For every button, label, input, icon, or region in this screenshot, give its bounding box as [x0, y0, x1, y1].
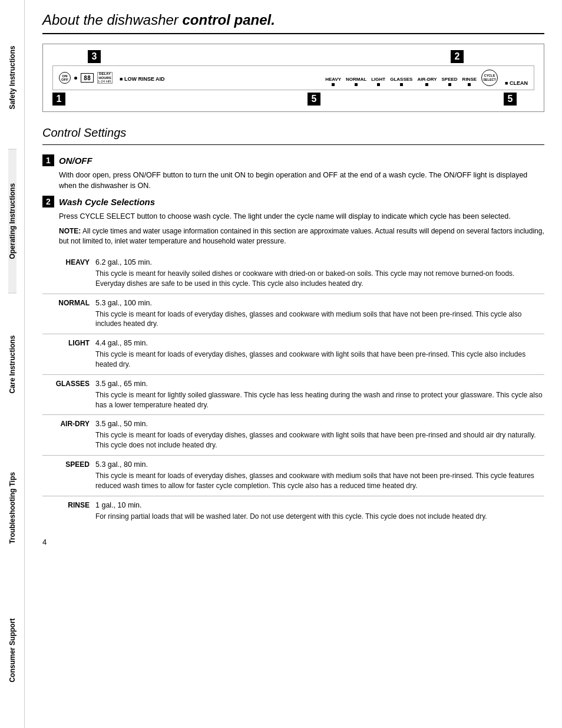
- indicator-rinse: RINSE: [462, 77, 477, 86]
- title-divider: [42, 33, 544, 34]
- delay-hours-button[interactable]: DELAY HOURS 1-24 HR.: [97, 72, 113, 84]
- cycle-spec-air-dry: 3.5 gal., 50 min.: [95, 420, 544, 428]
- section-2-intro: Press CYCLE SELECT button to choose wash…: [59, 211, 544, 222]
- cycle-spec-heavy: 6.2 gal., 105 min.: [95, 258, 544, 266]
- indicator-normal: NORMAL: [346, 77, 366, 86]
- sidebar-item-troubleshooting-tips[interactable]: Troubleshooting Tips: [8, 436, 16, 579]
- indicator-glasses: GLASSES: [390, 77, 412, 86]
- section-2-note: NOTE: All cycle times and water usage in…: [59, 226, 544, 246]
- cycle-desc-air-dry: This cycle is meant for loads of everyda…: [95, 430, 544, 450]
- indicator-light: LIGHT: [371, 77, 385, 86]
- cycle-name-glasses: GLASSES: [42, 374, 95, 415]
- cycle-table: HEAVY 6.2 gal., 105 min. This cycle is m…: [42, 253, 544, 526]
- indicator-heavy: HEAVY: [325, 77, 341, 86]
- indicator-air-dry: AIR-DRY: [417, 77, 437, 86]
- diagram-number-1: 1: [52, 93, 65, 106]
- cycle-row-heavy: HEAVY 6.2 gal., 105 min. This cycle is m…: [42, 253, 544, 294]
- cycle-name-rinse: RINSE: [42, 496, 95, 526]
- section-divider: [42, 144, 544, 145]
- main-content: About the dishwasher control panel. 3 2 …: [25, 0, 562, 728]
- section-1-body: With door open, press ON/OFF button to t…: [59, 170, 544, 191]
- cycle-info-air-dry: 3.5 gal., 50 min. This cycle is meant fo…: [95, 415, 544, 456]
- diagram-number-5b: 5: [504, 93, 517, 106]
- separator-dot: [74, 77, 77, 80]
- cycle-spec-normal: 5.3 gal., 100 min.: [95, 299, 544, 307]
- sidebar-item-operating-instructions[interactable]: Operating Instructions: [8, 149, 16, 294]
- cycle-row-glasses: GLASSES 3.5 gal., 65 min. This cycle is …: [42, 374, 544, 415]
- cycle-row-air-dry: AIR-DRY 3.5 gal., 50 min. This cycle is …: [42, 415, 544, 456]
- control-panel-diagram: 3 2 ON OFF 88 DELAY HOURS 1-24 HR.: [42, 44, 544, 112]
- cycle-desc-rinse: For rinsing partial loads that will be w…: [95, 512, 544, 522]
- section-1-number: 1: [42, 154, 54, 166]
- low-rinse-aid-label: ■ LOW RINSE AID: [120, 74, 165, 83]
- cycle-desc-speed: This cycle is meant for loads of everyda…: [95, 471, 544, 491]
- cycle-desc-normal: This cycle is meant for loads of everyda…: [95, 309, 544, 330]
- cycle-info-heavy: 6.2 gal., 105 min. This cycle is meant f…: [95, 253, 544, 294]
- cycle-desc-light: This cycle is meant for loads of everyda…: [95, 350, 544, 370]
- section-2-title: Wash Cycle Selections: [59, 197, 155, 207]
- cycle-desc-heavy: This cycle is meant for heavily soiled d…: [95, 269, 544, 289]
- control-settings-title: Control Settings: [42, 126, 544, 140]
- cycle-spec-speed: 5.3 gal., 80 min.: [95, 460, 544, 469]
- cycle-name-speed: SPEED: [42, 455, 95, 496]
- cycle-info-light: 4.4 gal., 85 min. This cycle is meant fo…: [95, 334, 544, 375]
- cycle-select-button[interactable]: CYCLE SELECT: [481, 70, 498, 86]
- section-2-number: 2: [42, 196, 54, 207]
- sidebar-item-consumer-support[interactable]: Consumer Support: [8, 579, 16, 722]
- cycle-info-normal: 5.3 gal., 100 min. This cycle is meant f…: [95, 294, 544, 334]
- cycle-spec-light: 4.4 gal., 85 min.: [95, 339, 544, 347]
- cycle-row-light: LIGHT 4.4 gal., 85 min. This cycle is me…: [42, 334, 544, 375]
- diagram-number-3: 3: [88, 50, 101, 63]
- section-2-heading: 2 Wash Cycle Selections: [42, 196, 544, 207]
- clean-label: ■ CLEAN: [505, 80, 528, 86]
- page-number: 4: [42, 538, 544, 546]
- diagram-number-5a: 5: [308, 93, 320, 106]
- sidebar: Safety Instructions Operating Instructio…: [0, 0, 25, 728]
- sidebar-item-care-instructions[interactable]: Care Instructions: [8, 293, 16, 436]
- page-title: About the dishwasher control panel.: [42, 12, 544, 28]
- cycle-name-air-dry: AIR-DRY: [42, 415, 95, 456]
- cycle-name-normal: NORMAL: [42, 294, 95, 334]
- cycle-spec-rinse: 1 gal., 10 min.: [95, 501, 544, 509]
- indicator-speed: SPEED: [441, 77, 457, 86]
- cycle-row-speed: SPEED 5.3 gal., 80 min. This cycle is me…: [42, 455, 544, 496]
- diagram-number-2: 2: [451, 50, 464, 63]
- cycle-info-speed: 5.3 gal., 80 min. This cycle is meant fo…: [95, 455, 544, 496]
- cycle-info-rinse: 1 gal., 10 min. For rinsing partial load…: [95, 496, 544, 526]
- on-off-button[interactable]: ON OFF: [59, 72, 71, 84]
- cycle-name-heavy: HEAVY: [42, 253, 95, 294]
- section-1-heading: 1 ON/OFF: [42, 154, 544, 166]
- cycle-info-glasses: 3.5 gal., 65 min. This cycle is meant fo…: [95, 374, 544, 415]
- cycle-desc-glasses: This cycle is meant for lightly soiled g…: [95, 390, 544, 410]
- section-1-title: ON/OFF: [59, 156, 92, 166]
- cycle-spec-glasses: 3.5 gal., 65 min.: [95, 380, 544, 388]
- cycle-name-light: LIGHT: [42, 334, 95, 375]
- sidebar-item-safety-instructions[interactable]: Safety Instructions: [8, 6, 16, 149]
- cycle-row-normal: NORMAL 5.3 gal., 100 min. This cycle is …: [42, 294, 544, 334]
- display-88: 88: [81, 73, 94, 83]
- cycle-indicators: HEAVY NORMAL LIGHT GLASSES AIR-DRY: [325, 70, 528, 86]
- cycle-row-rinse: RINSE 1 gal., 10 min. For rinsing partia…: [42, 496, 544, 526]
